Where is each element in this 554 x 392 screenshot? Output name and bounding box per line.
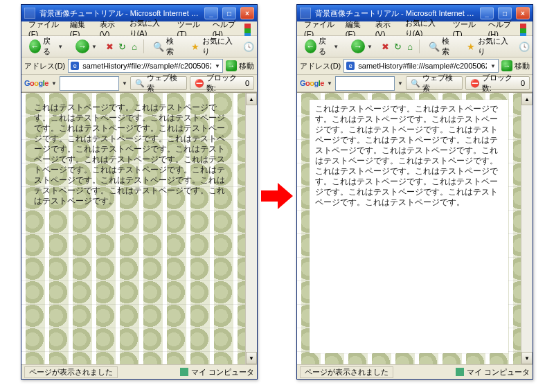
stop-icon[interactable]: ✖ (380, 41, 390, 52)
status-message: ページが表示されました (300, 366, 393, 378)
close-button[interactable]: × (516, 7, 530, 19)
browser-window-before: 背景画像チュートリアル - Microsoft Internet Explore… (21, 4, 258, 380)
page-content: これはテストページです。これはテストページです。これはテストページです。これはテ… (21, 93, 245, 364)
windows-flag-icon (520, 24, 530, 33)
separator (143, 39, 144, 53)
vertical-scrollbar[interactable]: ▲ ▼ (521, 93, 533, 364)
refresh-icon[interactable]: ↻ (117, 41, 127, 52)
blocked-label: ブロック数: (482, 73, 519, 93)
chevron-down-icon: ▼ (57, 44, 63, 50)
google-toolbar: Google ▼ ▼ 🔍 ウェブ検索 ⛔ ブロック数: 0 (297, 75, 533, 92)
star-icon: ★ (190, 41, 200, 52)
favorites-button[interactable]: ★ お気に入り (461, 38, 516, 55)
status-message: ページが表示されました (24, 366, 118, 378)
menu-bar: ファイル(F) 編集(E) 表示(V) お気に入り(A) ツール(T) ヘルプ(… (297, 21, 533, 36)
search-button[interactable]: 🔍 検索 (424, 38, 458, 55)
back-button[interactable]: ← 戻る ▼ (300, 38, 343, 55)
search-label: 検索 (442, 36, 454, 57)
separator (419, 39, 420, 53)
browser-window-after: 背景画像チュートリアル - Microsoft Internet Explore… (296, 4, 533, 380)
refresh-icon[interactable]: ↻ (393, 41, 402, 52)
forward-button[interactable]: → ▼ (71, 38, 102, 55)
vertical-scrollbar[interactable]: ▲ ▼ (245, 93, 257, 364)
history-icon[interactable]: 🕓 (519, 41, 530, 52)
search-label: 検索 (166, 36, 178, 57)
forward-icon: → (351, 39, 365, 53)
forward-button[interactable]: → ▼ (346, 38, 377, 55)
body-text: これはテストページです。これはテストページです。これはテストページです。これはテ… (34, 103, 233, 206)
minimize-button[interactable]: _ (480, 7, 494, 19)
chevron-down-icon: ▼ (333, 44, 339, 50)
google-toolbar: Google ▼ ▼ 🔍 ウェブ検索 ⛔ ブロック数: 0 (21, 75, 257, 92)
viewport: これはテストページです。これはテストページです。これはテストページです。これはテ… (21, 92, 257, 364)
google-search-button[interactable]: 🔍 ウェブ検索 (406, 76, 463, 90)
google-search-label: ウェブ検索 (147, 73, 182, 93)
security-zone: マイ コンピュータ (456, 367, 530, 377)
app-icon (24, 8, 35, 19)
google-search-input[interactable] (335, 76, 395, 91)
zone-icon (456, 368, 464, 376)
chevron-down-icon[interactable]: ▼ (327, 80, 332, 87)
close-button[interactable]: × (240, 7, 254, 19)
windows-flag-icon (244, 24, 254, 33)
app-icon (300, 8, 311, 19)
content-panel: これはテストページです。これはテストページです。これはテストページです。これはテ… (310, 100, 508, 353)
window-title: 背景画像チュートリアル - Microsoft Internet Explore… (315, 8, 476, 19)
search-button[interactable]: 🔍 検索 (148, 38, 183, 55)
toolbar: ← 戻る ▼ → ▼ ✖ ↻ ⌂ 🔍 検索 ★ お気に入り (297, 36, 533, 57)
scroll-track[interactable] (521, 105, 533, 352)
blocked-label: ブロック数: (206, 73, 243, 93)
go-icon: → (501, 60, 512, 71)
chevron-down-icon[interactable]: ▼ (397, 80, 403, 87)
google-search-button[interactable]: 🔍 ウェブ検索 (130, 76, 187, 90)
page-content: これはテストページです。これはテストページです。これはテストページです。これはテ… (297, 93, 521, 364)
address-input[interactable] (357, 61, 488, 71)
maximize-button[interactable]: □ (222, 7, 236, 19)
zone-label: マイ コンピュータ (191, 367, 254, 377)
go-label: 移動 (239, 61, 254, 71)
address-box[interactable]: e ▼ (68, 59, 223, 73)
popup-blocked-button[interactable]: ⛔ ブロック数: 0 (190, 76, 254, 90)
star-icon: ★ (466, 41, 476, 52)
address-input[interactable] (81, 61, 213, 71)
back-button[interactable]: ← 戻る ▼ (24, 38, 68, 55)
chevron-down-icon: ▼ (91, 44, 97, 50)
home-icon[interactable]: ⌂ (129, 41, 139, 52)
favorites-button[interactable]: ★ お気に入り (186, 38, 240, 55)
chevron-down-icon[interactable]: ▼ (122, 80, 127, 87)
address-label: アドレス(D) (300, 61, 341, 71)
maximize-button[interactable]: □ (498, 7, 512, 19)
status-bar: ページが表示されました マイ コンピュータ (21, 364, 257, 379)
viewport: これはテストページです。これはテストページです。これはテストページです。これはテ… (297, 92, 533, 364)
chevron-down-icon[interactable]: ▼ (490, 63, 496, 69)
scroll-down-button[interactable]: ▼ (521, 352, 533, 364)
go-button[interactable]: → 移動 (226, 60, 254, 71)
go-label: 移動 (515, 61, 530, 71)
scroll-up-button[interactable]: ▲ (246, 93, 257, 105)
chevron-down-icon[interactable]: ▼ (215, 63, 220, 69)
window-title: 背景画像チュートリアル - Microsoft Internet Explore… (39, 8, 200, 19)
scroll-track[interactable] (246, 105, 257, 352)
google-search-label: ウェブ検索 (422, 73, 458, 93)
scroll-up-button[interactable]: ▲ (521, 93, 533, 105)
stop-icon[interactable]: ✖ (105, 41, 114, 52)
go-button[interactable]: → 移動 (501, 60, 530, 71)
home-icon[interactable]: ⌂ (405, 41, 415, 52)
menu-bar: ファイル(F) 編集(E) 表示(V) お気に入り(A) ツール(T) ヘルプ(… (21, 21, 257, 36)
arrow-right-icon (261, 183, 293, 209)
favorites-label: お気に入り (202, 36, 235, 57)
zone-label: マイ コンピュータ (467, 367, 530, 377)
scroll-down-button[interactable]: ▼ (246, 352, 257, 364)
address-box[interactable]: e ▼ (343, 59, 499, 73)
address-label: アドレス(D) (24, 61, 65, 71)
google-logo[interactable]: Google (24, 79, 48, 87)
magnifier-icon: 🔍 (411, 79, 420, 88)
google-logo[interactable]: Google (300, 79, 324, 87)
minimize-button[interactable]: _ (204, 7, 218, 19)
history-icon[interactable]: 🕓 (243, 41, 254, 52)
status-bar: ページが表示されました マイ コンピュータ (297, 364, 533, 379)
google-search-input[interactable] (60, 76, 119, 91)
popup-blocked-button[interactable]: ⛔ ブロック数: 0 (465, 76, 530, 90)
chevron-down-icon[interactable]: ▼ (51, 80, 57, 87)
zone-icon (180, 368, 188, 376)
